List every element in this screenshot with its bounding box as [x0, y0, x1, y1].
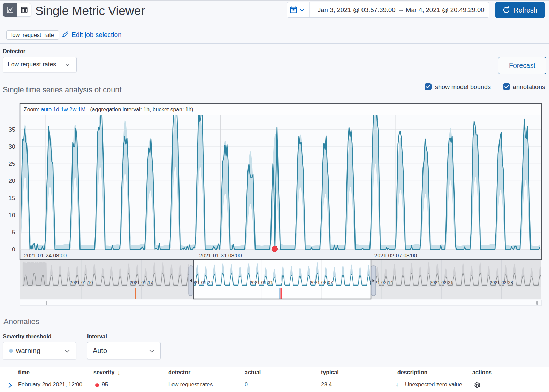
svg-text:2021-01-24 08:00: 2021-01-24 08:00: [24, 252, 67, 258]
svg-text:25: 25: [9, 160, 15, 167]
svg-text:2021-02-28: 2021-02-28: [490, 280, 513, 285]
svg-text:2021-01-10: 2021-01-10: [70, 280, 93, 285]
svg-text:0: 0: [12, 246, 15, 253]
svg-text:Zoom: auto 1d 1w 2w 1M (aggr: Zoom: auto 1d 1w 2w 1M (aggregation inte…: [24, 107, 193, 112]
svg-text:30: 30: [9, 143, 15, 150]
svg-text:2021-02-21: 2021-02-21: [430, 280, 453, 285]
svg-text:2021-01-31 08:00: 2021-01-31 08:00: [199, 252, 242, 258]
svg-text:2021-02-07 08:00: 2021-02-07 08:00: [374, 252, 417, 258]
svg-text:2021-02-07: 2021-02-07: [310, 280, 333, 285]
svg-text:5: 5: [12, 229, 15, 236]
svg-text:2021-01-31: 2021-01-31: [250, 280, 273, 285]
svg-text:10: 10: [9, 212, 15, 219]
svg-text:15: 15: [9, 195, 15, 202]
svg-text:20: 20: [9, 178, 15, 184]
svg-text:35: 35: [9, 126, 15, 133]
svg-text:2021-01-17: 2021-01-17: [130, 280, 153, 285]
